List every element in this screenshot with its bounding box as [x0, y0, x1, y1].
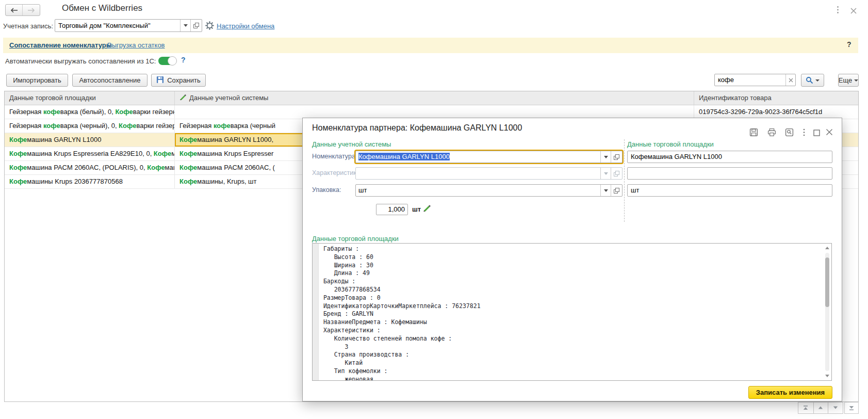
history-nav: [5, 4, 40, 16]
textarea-scrollbar[interactable]: [824, 244, 831, 380]
window-close-icon[interactable]: [850, 7, 857, 16]
dialog-maximize-icon[interactable]: [813, 129, 820, 138]
nomenclature-value: Кофемашина GARLYN L1000: [358, 153, 450, 160]
auto-upload-help-icon[interactable]: ?: [181, 56, 186, 64]
qty-unit-label: шт: [412, 205, 421, 213]
list-nav-group: [798, 402, 843, 414]
textarea-gutter: [313, 244, 319, 380]
table-cell[interactable]: Гейзерная кофеварка (черный), 0, Кофевар…: [5, 119, 175, 133]
col-header-id[interactable]: Идентификатор товара: [694, 91, 858, 105]
dialog-title: Номенклатура партнера: Кофемашина GARLYN…: [312, 123, 522, 133]
account-open-icon[interactable]: [190, 20, 202, 31]
gear-icon: [205, 21, 214, 32]
package-dropdown-icon[interactable]: [600, 185, 611, 196]
nomenclature-label: Номенклатура:: [312, 153, 357, 160]
back-button[interactable]: [6, 5, 23, 15]
section-market-data-bottom: Данные торговой площадки: [312, 235, 399, 243]
app-window: Обмен с Wildberries Учетная запись: Торг…: [0, 0, 868, 419]
package-value: шт: [356, 185, 600, 196]
tab-nomenclature-mapping[interactable]: Сопоставление номенклатуры: [9, 41, 112, 49]
col-header-system[interactable]: Данные учетной системы: [175, 91, 694, 105]
market-package-field[interactable]: шт: [627, 184, 832, 197]
table-cell[interactable]: [175, 105, 694, 119]
auto-upload-toggle[interactable]: [158, 56, 177, 66]
dialog-preview-icon[interactable]: [785, 128, 794, 139]
table-header: Данные торговой площадки Данные учетной …: [5, 91, 858, 105]
pencil-icon: [179, 91, 186, 105]
go-up-icon[interactable]: [813, 402, 828, 413]
qty-field[interactable]: 1,000: [376, 204, 408, 215]
account-value: Торговый дом "Комплексный": [55, 20, 180, 31]
table-row[interactable]: Гейзерная кофеварка (белый), 0, Кофеварк…: [5, 105, 858, 119]
partner-nomenclature-dialog: Номенклатура партнера: Кофемашина GARLYN…: [302, 118, 842, 401]
table-cell[interactable]: Кофемашины Krups 2036777870568: [5, 175, 175, 188]
dialog-close-icon[interactable]: [826, 128, 833, 138]
characteristic-open-icon[interactable]: [611, 168, 622, 179]
go-bottom-button[interactable]: [844, 402, 859, 414]
write-changes-button[interactable]: Записать изменения: [748, 386, 832, 399]
go-bottom-icon: [845, 402, 858, 413]
save-icon: [156, 76, 164, 85]
search-clear-icon[interactable]: [785, 74, 795, 86]
scroll-down-icon[interactable]: [825, 375, 829, 377]
go-down-icon[interactable]: [828, 402, 843, 413]
save-button[interactable]: Сохранить: [151, 74, 206, 87]
search-input[interactable]: кофе: [714, 74, 796, 86]
market-name-field[interactable]: Кофемашина GARLYN L1000: [627, 151, 832, 163]
market-data-textarea[interactable]: Габариты : Высота : 60 Ширина : 30 Длина…: [312, 243, 832, 381]
nomenclature-field[interactable]: Кофемашина GARLYN L1000: [355, 151, 623, 163]
account-label: Учетная запись:: [3, 22, 53, 30]
search-value: кофе: [715, 74, 785, 86]
section-market-data-right: Данные торговой площадки: [627, 140, 714, 148]
characteristic-field[interactable]: [355, 167, 623, 180]
package-field[interactable]: шт: [355, 184, 623, 197]
characteristic-label: Характеристика:: [312, 169, 362, 176]
tab-stock-upload[interactable]: Выгрузка остатков: [107, 41, 165, 49]
exchange-settings-link[interactable]: Настройки обмена: [217, 22, 274, 30]
qty-pencil-icon[interactable]: [423, 204, 431, 214]
automap-button[interactable]: Автосопоставление: [72, 74, 148, 87]
dialog-print-icon[interactable]: [767, 128, 776, 139]
window-menu-icon[interactable]: [837, 6, 839, 16]
section-system-data: Данные учетной системы: [312, 140, 391, 148]
package-label: Упаковка:: [312, 186, 341, 194]
go-top-icon[interactable]: [798, 402, 813, 413]
page-title: Обмен с Wildberries: [62, 3, 142, 13]
import-button[interactable]: Импортировать: [6, 74, 68, 87]
table-cell[interactable]: Кофемашина Krups Espresseria EA829E10, 0…: [5, 147, 175, 160]
table-cell[interactable]: Кофемашина GARLYN L1000: [5, 133, 175, 147]
package-open-icon[interactable]: [611, 185, 622, 196]
help-icon[interactable]: ?: [847, 40, 851, 49]
table-cell[interactable]: 019754c3-3296-729a-9023-36f764c5cf1d: [694, 105, 858, 119]
account-select[interactable]: Торговый дом "Комплексный": [55, 19, 202, 32]
dialog-more-icon[interactable]: [803, 128, 805, 138]
section-divider: [624, 139, 625, 222]
dialog-save-icon[interactable]: [749, 128, 758, 139]
forward-button[interactable]: [23, 5, 40, 15]
nomenclature-open-icon[interactable]: [611, 151, 622, 163]
characteristic-value: [356, 168, 600, 179]
table-cell[interactable]: Гейзерная кофеварка (белый), 0, Кофеварк…: [5, 105, 175, 119]
more-button[interactable]: Еще: [838, 74, 859, 87]
col-header-market[interactable]: Данные торговой площадки: [5, 91, 175, 105]
auto-upload-label: Автоматически выгружать сопоставления из…: [5, 57, 156, 65]
account-dropdown-icon[interactable]: [180, 20, 190, 31]
table-cell[interactable]: Кофемашина PACM 2060AC, (POLARIS), 0, Ко…: [5, 161, 175, 174]
search-button[interactable]: [801, 74, 824, 87]
market-data-text: Габариты : Высота : 60 Ширина : 30 Длина…: [320, 245, 481, 381]
characteristic-dropdown-icon[interactable]: [600, 168, 611, 179]
nomenclature-dropdown-icon[interactable]: [600, 151, 611, 163]
scroll-up-icon[interactable]: [825, 247, 829, 249]
market-characteristic-field[interactable]: [627, 167, 832, 180]
scrollbar-thumb[interactable]: [825, 257, 829, 307]
